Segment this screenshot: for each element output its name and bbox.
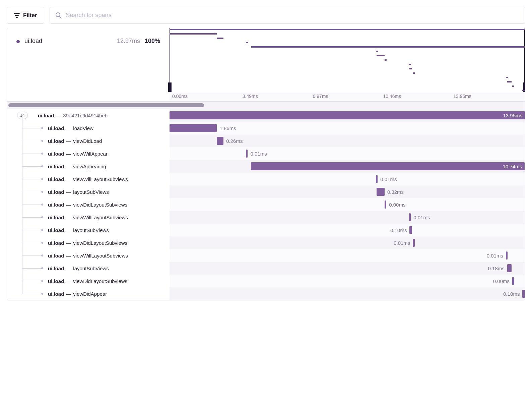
span-bar-cell[interactable]: 0.00ms [170,198,525,211]
span-bar-cell[interactable]: 0.01ms [170,249,525,262]
span-duration-label: 0.01ms [250,151,267,157]
span-bar[interactable] [217,137,223,145]
span-label-cell[interactable]: ui.load—loadView [7,122,170,134]
span-bar-cell[interactable]: 13.95ms [170,109,525,122]
tree-gutter [7,160,38,173]
span-bar[interactable] [506,251,508,260]
tree-node-dot [41,254,43,257]
span-label-cell[interactable]: ui.load—layoutSubViews [7,185,170,198]
span-row[interactable]: ui.load—viewAppearing10.74ms [7,160,525,173]
span-bar[interactable] [377,188,385,196]
tree-gutter [7,134,38,147]
span-op: ui.load [48,138,64,144]
span-bar[interactable]: 13.95ms [170,111,525,119]
span-description: viewWillLayoutSubviews [73,215,128,220]
span-separator: — [66,266,71,271]
span-row[interactable]: ui.load—layoutSubViews0.18ms [7,262,525,275]
span-bar[interactable] [385,201,386,209]
span-row[interactable]: ui.load—layoutSubViews0.10ms [7,224,525,236]
span-bar[interactable] [507,264,512,272]
tree-gutter [7,211,38,224]
span-description: viewDidLayoutSubviews [73,202,127,208]
span-row[interactable]: ui.load—viewDidAppear0.10ms [7,287,525,300]
span-bar[interactable] [376,175,378,183]
span-bar-cell[interactable]: 0.10ms [170,287,525,300]
span-label-cell[interactable]: ui.load—viewDidLayoutSubviews [7,275,170,287]
span-row[interactable]: ui.load—layoutSubViews0.32ms [7,185,525,198]
overview-name: ui.load [24,38,112,45]
span-bar-cell[interactable]: 0.01ms [170,147,525,160]
span-op: ui.load [48,278,64,284]
span-label-cell[interactable]: ui.load—viewAppearing [7,160,170,173]
minimap-track [522,90,525,91]
span-bar[interactable] [170,124,217,132]
span-bar-cell[interactable]: 0.01ms [170,173,525,185]
minimap-track [409,68,412,69]
span-row[interactable]: 14ui.load—39e421c9d4914beb13.95ms [7,109,525,122]
span-separator: — [66,278,71,284]
span-label-cell[interactable]: ui.load—viewDidAppear [7,287,170,300]
span-label-cell[interactable]: ui.load—layoutSubViews [7,224,170,236]
timeline-axis: 0.00ms3.49ms6.97ms10.46ms13.95ms [170,92,525,101]
span-label-cell[interactable]: ui.load—viewWillLayoutSubviews [7,249,170,262]
span-bar[interactable] [246,150,248,158]
search-field-wrapper[interactable] [50,7,525,24]
span-bar-cell[interactable]: 0.00ms [170,275,525,287]
axis-tick: 6.97ms [313,94,383,101]
span-bar[interactable]: 10.74ms [251,162,525,170]
span-row[interactable]: ui.load—viewDidLoad0.26ms [7,134,525,147]
search-input[interactable] [66,7,520,23]
span-description: viewWillLayoutSubviews [73,176,128,182]
span-row[interactable]: ui.load—viewWillLayoutSubviews0.01ms [7,249,525,262]
span-bar[interactable] [413,239,414,247]
minimap-track [512,86,514,87]
span-description: layoutSubViews [73,227,109,233]
span-bar-cell[interactable]: 0.18ms [170,262,525,275]
span-row[interactable]: ui.load—viewDidLayoutSubviews0.00ms [7,198,525,211]
tree-node-dot [41,127,43,129]
span-bar[interactable] [512,277,514,285]
overview-color-dot [16,40,20,43]
span-label-cell[interactable]: ui.load—viewWillAppear [7,147,170,160]
span-row[interactable]: ui.load—viewWillAppear0.01ms [7,147,525,160]
child-count-badge[interactable]: 14 [17,112,28,119]
minimap-handle-left[interactable] [168,82,172,92]
span-separator: — [66,227,71,233]
span-bar-cell[interactable]: 0.10ms [170,224,525,236]
horizontal-scrollbar[interactable] [7,102,525,109]
span-bar-cell[interactable]: 0.01ms [170,211,525,224]
span-separator: — [66,291,71,297]
span-label-cell[interactable]: ui.load—viewWillLayoutSubviews [7,211,170,224]
span-bar[interactable] [409,226,412,234]
span-label-cell[interactable]: ui.load—viewDidLoad [7,134,170,147]
span-bar-cell[interactable]: 0.32ms [170,185,525,198]
span-label-cell[interactable]: 14ui.load—39e421c9d4914beb [7,109,170,122]
span-bar[interactable] [409,213,411,221]
span-duration-label: 0.00ms [493,278,510,284]
filter-icon [14,13,20,18]
span-label-cell[interactable]: ui.load—viewDidLayoutSubviews [7,236,170,249]
tree-gutter [7,173,38,185]
span-op: ui.load [48,215,64,220]
span-label-cell[interactable]: ui.load—layoutSubViews [7,262,170,275]
span-label-cell[interactable]: ui.load—viewDidLayoutSubviews [7,198,170,211]
overview-duration: 12.97ms [117,38,140,45]
span-row[interactable]: ui.load—loadView1.86ms [7,122,525,134]
filter-button[interactable]: Filter [7,7,44,24]
span-bar-cell[interactable]: 10.74ms [170,160,525,173]
span-row[interactable]: ui.load—viewWillLayoutSubviews0.01ms [7,173,525,185]
span-bar-cell[interactable]: 0.01ms [170,236,525,249]
span-label-cell[interactable]: ui.load—viewWillLayoutSubviews [7,173,170,185]
span-duration-label: 0.10ms [390,227,407,233]
span-row[interactable]: ui.load—viewDidLayoutSubviews0.01ms [7,236,525,249]
span-bar[interactable] [522,290,525,298]
span-row[interactable]: ui.load—viewDidLayoutSubviews0.00ms [7,275,525,287]
tree-gutter [7,198,38,211]
span-bar-cell[interactable]: 1.86ms [170,122,525,134]
span-row[interactable]: ui.load—viewWillLayoutSubviews0.01ms [7,211,525,224]
tree-gutter [7,275,38,287]
span-op: ui.load [48,266,64,271]
scrollbar-thumb[interactable] [8,103,204,107]
span-bar-cell[interactable]: 0.26ms [170,134,525,147]
minimap[interactable] [170,28,525,92]
